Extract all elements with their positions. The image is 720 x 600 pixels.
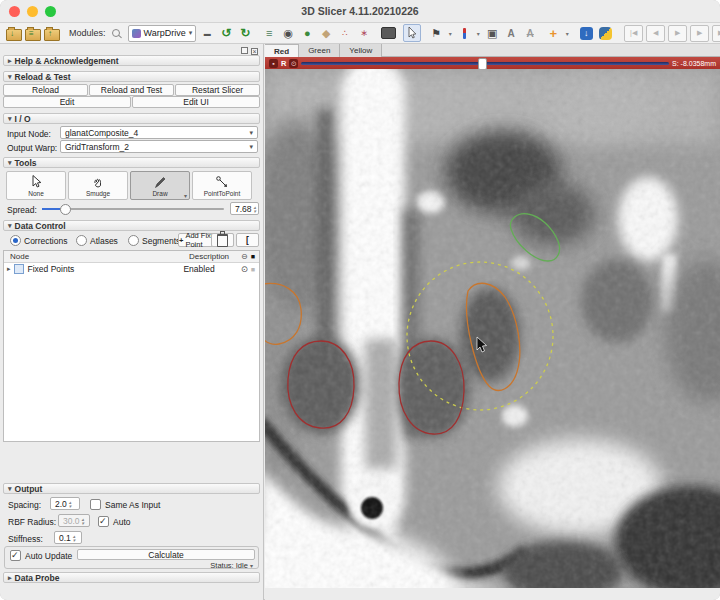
spread-slider-fill (42, 208, 60, 210)
undo-correction-button[interactable]: [ (236, 233, 259, 247)
section-data-control[interactable]: ▾ Data Control (3, 220, 260, 231)
seq-first-button[interactable]: |◀ (624, 25, 643, 42)
section-reload[interactable]: ▾ Reload & Test (3, 71, 260, 82)
markups-module-icon[interactable]: ∗ (356, 25, 372, 41)
section-reload-label: Reload & Test (15, 72, 71, 82)
module-search-icon[interactable] (109, 25, 125, 41)
rbf-radius-spinbox[interactable]: 30.0 ▴▾ (58, 514, 90, 527)
fixed-points-label: Fixed Points (28, 264, 75, 274)
add-point-dropdown-icon[interactable]: ▾ (564, 25, 570, 41)
fixed-points-row[interactable]: ▸ Fixed Points Enabled ⊙ ■ (4, 263, 259, 275)
expanded-arrow-icon: ▾ (8, 115, 12, 123)
volumes-module-icon[interactable]: ● (299, 25, 315, 41)
layout-icon[interactable] (380, 25, 396, 41)
stiffness-spinbox[interactable]: 0.1 ▴▾ (54, 531, 82, 544)
section-data-probe[interactable]: ▸ Data Probe (3, 572, 260, 583)
delete-button[interactable] (211, 233, 234, 247)
slice-visibility-eye-icon[interactable]: ⊙ (289, 59, 298, 68)
edit-button[interactable]: Edit (3, 96, 131, 108)
red-slice-view[interactable] (265, 69, 720, 588)
eye-column-icon[interactable]: ⊖ (241, 252, 248, 261)
output-warp-value: GridTransform_2 (65, 142, 129, 152)
section-tools-label: Tools (15, 158, 37, 168)
extensions-manager-icon[interactable]: ↓ (578, 25, 594, 41)
screenshot-icon[interactable]: ▣ (484, 25, 500, 41)
row-color-swatch[interactable]: ■ (251, 266, 255, 273)
module-selector-value: WarpDrive (144, 28, 186, 38)
reload-and-test-button[interactable]: Reload and Test (89, 84, 174, 96)
module-home-icon[interactable]: ≡ (261, 25, 277, 41)
chevron-down-icon: ▾ (249, 129, 253, 137)
segments-radio[interactable]: Segments (128, 235, 180, 246)
tool-smudge-button[interactable]: Smudge (68, 171, 128, 200)
annotation-a-hidden-icon[interactable]: A (522, 25, 538, 41)
tool-draw-button[interactable]: Draw ▾ (130, 171, 190, 200)
place-ruler-icon[interactable] (456, 25, 472, 41)
models-module-icon[interactable]: ◆ (318, 25, 334, 41)
pencil-icon (153, 175, 167, 189)
spread-slider-handle[interactable] (60, 204, 71, 215)
module-selector[interactable]: WarpDrive ▾ (128, 25, 197, 42)
tool-none-button[interactable]: None (6, 171, 66, 200)
data-module-icon[interactable]: ◉ (280, 25, 296, 41)
tool-point-to-point-button[interactable]: PointToPoint (192, 171, 252, 200)
bracket-icon: [ (246, 235, 249, 245)
auto-update-checkbox[interactable]: Auto Update (10, 550, 72, 561)
tab-green[interactable]: Green (299, 44, 340, 57)
calculate-button[interactable]: Calculate (77, 549, 255, 560)
edit-ui-button[interactable]: Edit UI (132, 96, 260, 108)
chevron-down-icon: ▾ (249, 143, 253, 151)
tree-expand-icon[interactable]: ▸ (7, 265, 11, 273)
reload-button[interactable]: Reload (3, 84, 88, 96)
module-history-icon[interactable]: ▬ (199, 25, 215, 41)
title-bar[interactable]: 3D Slicer 4.11.20210226 (0, 0, 720, 23)
spacing-spinbox[interactable]: 2.0 ▴▾ (50, 497, 80, 510)
python-console-icon[interactable] (597, 25, 613, 41)
slice-offset-value: S: -8.0358mm (672, 60, 716, 67)
section-output[interactable]: ▾ Output (3, 483, 260, 494)
corrections-radio[interactable]: Corrections (10, 235, 67, 246)
output-warp-combo[interactable]: GridTransform_2 ▾ (60, 140, 258, 153)
place-fiducial-icon[interactable]: ⚑ (428, 25, 444, 41)
seq-prev-button[interactable]: ◀ (646, 25, 665, 42)
collapsed-arrow-icon: ▸ (8, 57, 12, 65)
visibility-eye-icon[interactable]: ⊙ (241, 264, 248, 274)
seq-next-button[interactable]: ▶ (690, 25, 709, 42)
slice-offset-slider[interactable] (301, 62, 669, 65)
load-dicom-icon[interactable]: ≡ (25, 25, 41, 41)
col-node-label: Node (10, 252, 29, 261)
restart-slicer-button[interactable]: Restart Slicer (175, 84, 260, 96)
section-io[interactable]: ▾ I / O (3, 113, 260, 124)
atlases-radio[interactable]: Atlases (76, 235, 118, 246)
section-tools[interactable]: ▾ Tools (3, 157, 260, 168)
tree-header: Node Description ⊖ ■ (4, 251, 259, 263)
tool-ptp-label: PointToPoint (204, 190, 241, 197)
mouse-interaction-icon[interactable] (403, 24, 421, 42)
pushpin-icon[interactable]: ▪ (269, 59, 278, 68)
save-data-icon[interactable]: ↑ (44, 25, 60, 41)
seq-last-button[interactable]: ▶| (712, 25, 720, 42)
tab-red[interactable]: Red (265, 44, 299, 57)
spread-slider[interactable] (42, 208, 224, 210)
module-back-icon[interactable]: ↺ (218, 25, 234, 41)
tool-smudge-label: Smudge (86, 190, 110, 197)
ruler-dropdown-icon[interactable]: ▾ (475, 25, 481, 41)
same-as-input-checkbox[interactable]: Same As Input (90, 499, 160, 510)
data-tree[interactable]: Node Description ⊖ ■ ▸ Fixed Points Enab… (3, 250, 260, 442)
auto-rbf-checkbox[interactable]: Auto (98, 516, 131, 527)
spread-spinbox[interactable]: 7.68 ▴▾ (230, 202, 259, 215)
module-forward-icon[interactable]: ↻ (237, 25, 253, 41)
radio-dot-icon (10, 235, 21, 246)
fixed-points-node-icon (14, 264, 24, 274)
tab-yellow[interactable]: Yellow (340, 44, 382, 57)
section-help[interactable]: ▸ Help & Acknowledgement (3, 55, 260, 66)
fiducial-dropdown-icon[interactable]: ▾ (447, 25, 453, 41)
input-node-combo[interactable]: glanatComposite_4 ▾ (60, 126, 258, 139)
color-column-icon[interactable]: ■ (251, 253, 255, 260)
input-node-value: glanatComposite_4 (65, 128, 138, 138)
seq-play-button[interactable]: ▶ (668, 25, 687, 42)
annotation-a-icon[interactable]: A (503, 25, 519, 41)
load-data-icon[interactable]: ↓ (6, 25, 22, 41)
transforms-module-icon[interactable]: ∴ (337, 25, 353, 41)
add-point-icon[interactable]: + (545, 25, 561, 41)
